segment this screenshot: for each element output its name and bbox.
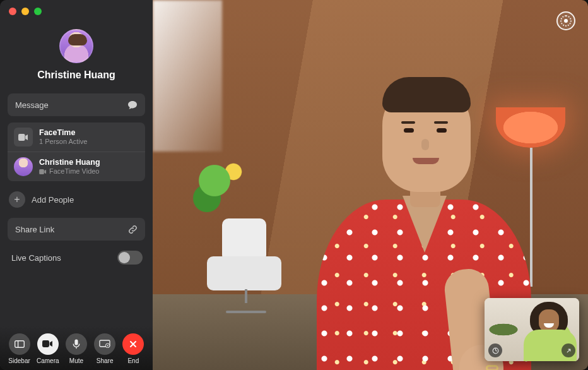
live-captions-label: Live Captions <box>11 253 61 263</box>
sidebar-toggle-button[interactable]: Sidebar <box>6 333 33 364</box>
participant-row[interactable]: Christine Huang FaceTime Video <box>8 152 145 181</box>
live-captions-row: Live Captions <box>8 247 145 268</box>
remote-video[interactable] <box>153 0 588 370</box>
call-status: 1 Person Active <box>39 138 87 146</box>
svg-point-9 <box>107 345 109 346</box>
facetime-window: Christine Huang Message FaceTime 1 Perso… <box>0 0 588 370</box>
caller-name: Christine Huang <box>37 69 115 81</box>
participant-mode: FaceTime Video <box>39 167 100 176</box>
effects-icon <box>492 347 499 354</box>
pip-expand-button[interactable] <box>562 343 575 357</box>
svg-rect-4 <box>42 340 49 347</box>
window-zoom-button[interactable] <box>34 8 42 15</box>
participant-name: Christine Huang <box>39 158 100 167</box>
camera-button[interactable]: Camera <box>35 333 61 364</box>
window-traffic-lights <box>9 8 42 15</box>
call-app-name: FaceTime <box>39 128 87 138</box>
camera-icon <box>42 340 53 347</box>
share-link-button[interactable]: Share Link <box>8 218 145 241</box>
link-icon <box>128 225 138 234</box>
message-button[interactable]: Message <box>8 93 145 116</box>
plus-icon: + <box>9 191 25 208</box>
call-sidebar: Christine Huang Message FaceTime 1 Perso… <box>0 0 153 370</box>
svg-rect-5 <box>74 339 78 345</box>
call-participants-block: FaceTime 1 Person Active Christine Huang… <box>8 122 145 181</box>
window-minimize-button[interactable] <box>21 8 29 15</box>
message-icon <box>127 100 138 110</box>
call-controls: Sidebar Camera Mute Share <box>0 326 153 370</box>
participant-avatar <box>14 157 33 176</box>
expand-icon <box>565 347 572 354</box>
call-summary-row[interactable]: FaceTime 1 Person Active <box>8 122 145 152</box>
svg-rect-2 <box>15 340 24 347</box>
caller-avatar[interactable] <box>59 29 93 63</box>
add-people-label: Add People <box>32 195 74 205</box>
sidebar-icon <box>15 340 25 348</box>
add-people-button[interactable]: + Add People <box>8 188 145 212</box>
share-button[interactable]: Share <box>91 333 118 364</box>
window-close-button[interactable] <box>9 8 16 15</box>
svg-rect-1 <box>39 169 44 174</box>
video-icon <box>39 169 47 174</box>
mute-button[interactable]: Mute <box>63 333 90 364</box>
facetime-video-icon <box>14 128 33 146</box>
message-label: Message <box>15 100 49 110</box>
end-call-button[interactable]: End <box>120 333 146 364</box>
svg-rect-0 <box>18 134 25 141</box>
close-icon <box>129 340 138 349</box>
screenshare-icon <box>99 340 110 348</box>
pip-effects-button[interactable] <box>488 343 502 357</box>
live-photo-button[interactable] <box>556 11 575 30</box>
live-captions-toggle[interactable] <box>117 251 143 265</box>
self-view[interactable] <box>485 298 579 361</box>
share-link-label: Share Link <box>15 225 54 234</box>
microphone-icon <box>73 339 80 349</box>
